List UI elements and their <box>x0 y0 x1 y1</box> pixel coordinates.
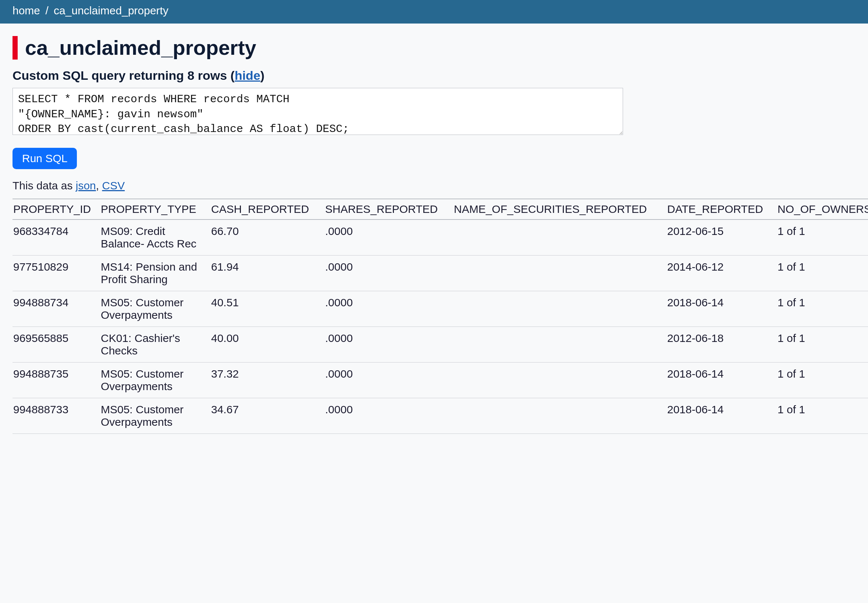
table-cell <box>454 398 667 434</box>
table-cell: 2018-06-14 <box>667 363 778 398</box>
breadcrumb-current: ca_unclaimed_property <box>54 5 169 17</box>
table-cell <box>454 327 667 363</box>
table-cell: .0000 <box>325 291 454 327</box>
sql-textarea[interactable] <box>12 88 623 135</box>
table-cell: MS05: Customer Overpayments <box>101 291 211 327</box>
table-cell: 61.94 <box>211 255 325 291</box>
data-as-sep: , <box>96 179 102 192</box>
table-row: 994888734MS05: Customer Overpayments40.5… <box>12 291 868 327</box>
table-cell: .0000 <box>325 220 454 255</box>
breadcrumb-separator: / <box>43 5 50 17</box>
table-cell <box>454 255 667 291</box>
column-header[interactable]: PROPERTY_ID <box>12 199 101 220</box>
table-cell: 2012-06-15 <box>667 220 778 255</box>
table-row: 977510829MS14: Pension and Profit Sharin… <box>12 255 868 291</box>
table-cell: 40.51 <box>211 291 325 327</box>
table-cell: 969565885 <box>12 327 101 363</box>
table-row: 994888735MS05: Customer Overpayments37.3… <box>12 363 868 398</box>
page-title: ca_unclaimed_property <box>12 36 856 60</box>
table-cell: 994888734 <box>12 291 101 327</box>
table-cell: 40.00 <box>211 327 325 363</box>
json-link[interactable]: json <box>76 179 96 192</box>
table-cell <box>454 220 667 255</box>
breadcrumb-home-link[interactable]: home <box>12 5 40 17</box>
table-cell: .0000 <box>325 363 454 398</box>
table-cell: MS05: Customer Overpayments <box>101 398 211 434</box>
table-cell: .0000 <box>325 255 454 291</box>
column-header[interactable]: CASH_REPORTED <box>211 199 325 220</box>
table-cell: 37.32 <box>211 363 325 398</box>
table-cell: MS09: Credit Balance- Accts Rec <box>101 220 211 255</box>
table-cell: 968334784 <box>12 220 101 255</box>
run-sql-button[interactable]: Run SQL <box>12 148 77 169</box>
column-header[interactable]: NO_OF_OWNERS <box>778 199 868 220</box>
column-header[interactable]: PROPERTY_TYPE <box>101 199 211 220</box>
table-cell: .0000 <box>325 398 454 434</box>
table-cell: 34.67 <box>211 398 325 434</box>
table-cell: MS05: Customer Overpayments <box>101 363 211 398</box>
breadcrumb: home / ca_unclaimed_property <box>0 0 868 23</box>
table-cell: 1 of 1 <box>778 363 868 398</box>
hide-link[interactable]: hide <box>235 68 260 82</box>
column-header[interactable]: NAME_OF_SECURITIES_REPORTED <box>454 199 667 220</box>
table-cell <box>454 291 667 327</box>
query-summary-suffix: ) <box>260 68 265 82</box>
table-cell <box>454 363 667 398</box>
data-export-links: This data as json, CSV <box>12 179 856 192</box>
table-cell: 66.70 <box>211 220 325 255</box>
results-table: PROPERTY_IDPROPERTY_TYPECASH_REPORTEDSHA… <box>12 199 868 434</box>
data-as-prefix: This data as <box>12 179 76 192</box>
table-cell: 994888733 <box>12 398 101 434</box>
table-row: 968334784MS09: Credit Balance- Accts Rec… <box>12 220 868 255</box>
table-cell: 1 of 1 <box>778 327 868 363</box>
query-summary: Custom SQL query returning 8 rows (hide) <box>12 68 856 83</box>
table-cell: 977510829 <box>12 255 101 291</box>
table-row: 969565885CK01: Cashier's Checks40.00.000… <box>12 327 868 363</box>
table-cell: 2012-06-18 <box>667 327 778 363</box>
table-cell: 994888735 <box>12 363 101 398</box>
table-cell: .0000 <box>325 327 454 363</box>
table-cell: 1 of 1 <box>778 291 868 327</box>
table-cell: 2018-06-14 <box>667 398 778 434</box>
column-header[interactable]: SHARES_REPORTED <box>325 199 454 220</box>
column-header[interactable]: DATE_REPORTED <box>667 199 778 220</box>
table-cell: 2014-06-12 <box>667 255 778 291</box>
table-row: 994888733MS05: Customer Overpayments34.6… <box>12 398 868 434</box>
table-cell: MS14: Pension and Profit Sharing <box>101 255 211 291</box>
table-cell: CK01: Cashier's Checks <box>101 327 211 363</box>
table-cell: 1 of 1 <box>778 398 868 434</box>
query-summary-text: Custom SQL query returning 8 rows ( <box>12 68 235 82</box>
table-cell: 1 of 1 <box>778 255 868 291</box>
table-header-row: PROPERTY_IDPROPERTY_TYPECASH_REPORTEDSHA… <box>12 199 868 220</box>
table-cell: 2018-06-14 <box>667 291 778 327</box>
table-cell: 1 of 1 <box>778 220 868 255</box>
csv-link[interactable]: CSV <box>102 179 125 192</box>
